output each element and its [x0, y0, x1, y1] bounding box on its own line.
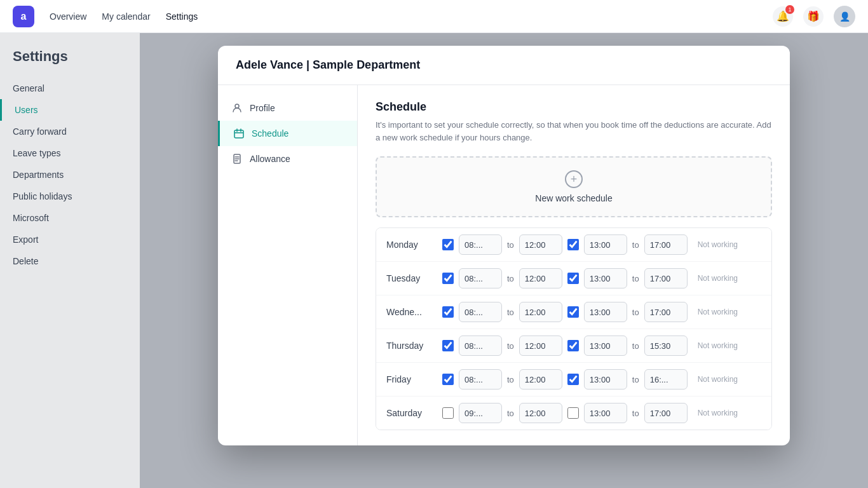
sidebar-item-public-holidays[interactable]: Public holidays — [0, 186, 140, 207]
thursday-start-time[interactable] — [459, 336, 502, 356]
schedule-row-wednesday: Wedne... to to Not working — [376, 295, 771, 329]
thursday-checkbox[interactable] — [442, 340, 454, 351]
tuesday-break-end[interactable] — [519, 268, 562, 288]
friday-afternoon-start[interactable] — [584, 369, 627, 390]
saturday-break-end[interactable] — [519, 403, 562, 423]
thursday-break-checkbox[interactable] — [567, 340, 579, 351]
gift-button[interactable]: 🎁 — [803, 6, 824, 27]
schedule-row-monday: Monday to to Not working — [376, 228, 771, 262]
saturday-not-working: Not working — [698, 409, 738, 417]
friday-break-checkbox[interactable] — [567, 374, 579, 385]
friday-checkbox[interactable] — [442, 374, 454, 385]
sidebar-item-export[interactable]: Export — [0, 229, 140, 250]
schedule-row-friday: Friday to to Not working — [376, 363, 771, 396]
top-navigation: a Overview My calendar Settings 🔔 1 🎁 👤 — [0, 0, 868, 33]
tuesday-end-time[interactable] — [644, 268, 688, 288]
wednesday-end-time[interactable] — [644, 302, 688, 322]
tuesday-afternoon-start[interactable] — [584, 268, 627, 288]
wednesday-to-label-2: to — [632, 308, 639, 317]
wednesday-not-working: Not working — [698, 308, 738, 316]
saturday-break-checkbox[interactable] — [567, 407, 579, 419]
modal-nav-profile[interactable]: Profile — [218, 95, 357, 121]
plus-circle-icon: + — [565, 170, 583, 188]
wednesday-break-end[interactable] — [519, 302, 562, 322]
modal-sidebar: Profile Schedule — [218, 85, 358, 445]
calendar-icon — [233, 127, 245, 140]
day-thursday: Thursday — [386, 341, 437, 351]
sidebar-item-general[interactable]: General — [0, 78, 140, 99]
saturday-end-time[interactable] — [644, 403, 688, 423]
new-schedule-button[interactable]: + New work schedule — [376, 156, 772, 217]
thursday-not-working: Not working — [698, 341, 738, 350]
friday-to-label-2: to — [632, 375, 639, 384]
tuesday-to-label-2: to — [632, 274, 639, 283]
user-avatar[interactable]: 👤 — [834, 6, 855, 27]
nav-settings[interactable]: Settings — [166, 11, 198, 22]
day-saturday: Saturday — [386, 408, 437, 418]
modal-nav-schedule-label: Schedule — [252, 128, 288, 139]
nav-links: Overview My calendar Settings — [50, 11, 198, 22]
saturday-to-label-1: to — [507, 409, 514, 418]
monday-break-checkbox[interactable] — [567, 239, 579, 250]
settings-sidebar: Settings General Users Carry forward Lea… — [0, 33, 140, 488]
monday-end-time[interactable] — [644, 234, 688, 255]
sidebar-item-users[interactable]: Users — [0, 99, 140, 121]
user-modal: Adele Vance | Sample Department Profile — [218, 46, 790, 445]
day-tuesday: Tuesday — [386, 273, 437, 283]
saturday-checkbox[interactable] — [442, 407, 454, 419]
notification-badge: 1 — [785, 5, 794, 14]
schedule-row-thursday: Thursday to to Not working — [376, 329, 771, 363]
saturday-to-label-2: to — [632, 409, 639, 418]
friday-to-label-1: to — [507, 375, 514, 384]
thursday-break-end[interactable] — [519, 336, 562, 356]
sidebar-item-delete[interactable]: Delete — [0, 250, 140, 272]
person-icon — [231, 102, 243, 114]
schedule-section-desc: It's important to set your schedule corr… — [376, 119, 772, 144]
tuesday-break-checkbox[interactable] — [567, 273, 579, 284]
monday-to-label-1: to — [507, 240, 514, 250]
modal-body: Profile Schedule — [218, 85, 790, 445]
document-icon — [231, 152, 243, 165]
nav-overview[interactable]: Overview — [50, 11, 86, 22]
modal-header: Adele Vance | Sample Department — [218, 46, 790, 85]
modal-nav-schedule[interactable]: Schedule — [218, 121, 357, 146]
schedule-row-tuesday: Tuesday to to Not working — [376, 262, 771, 295]
day-wednesday: Wedne... — [386, 307, 437, 317]
modal-nav-profile-label: Profile — [250, 103, 275, 113]
monday-not-working: Not working — [698, 240, 738, 249]
monday-break-end[interactable] — [519, 234, 562, 255]
saturday-start-time[interactable] — [459, 403, 502, 423]
thursday-afternoon-start[interactable] — [584, 336, 627, 356]
modal-main: Schedule It's important to set your sche… — [358, 85, 790, 445]
tuesday-to-label-1: to — [507, 274, 514, 283]
friday-start-time[interactable] — [459, 369, 502, 390]
settings-title: Settings — [0, 48, 140, 78]
tuesday-not-working: Not working — [698, 274, 738, 283]
wednesday-break-checkbox[interactable] — [567, 306, 579, 318]
sidebar-item-carry-forward[interactable]: Carry forward — [0, 121, 140, 142]
sidebar-item-departments[interactable]: Departments — [0, 164, 140, 186]
friday-break-end[interactable] — [519, 369, 562, 390]
wednesday-afternoon-start[interactable] — [584, 302, 627, 322]
sidebar-item-microsoft[interactable]: Microsoft — [0, 207, 140, 229]
nav-mycalendar[interactable]: My calendar — [102, 11, 150, 22]
monday-afternoon-start[interactable] — [584, 234, 627, 255]
friday-end-time[interactable] — [644, 369, 688, 390]
wednesday-start-time[interactable] — [459, 302, 502, 322]
notifications-button[interactable]: 🔔 1 — [773, 6, 793, 27]
sidebar-item-leave-types[interactable]: Leave types — [0, 142, 140, 164]
schedule-section-title: Schedule — [376, 100, 772, 114]
modal-nav-allowance[interactable]: Allowance — [218, 146, 357, 172]
settings-background: Settings General Users Carry forward Lea… — [0, 33, 868, 488]
day-friday: Friday — [386, 374, 437, 384]
svg-point-0 — [235, 104, 239, 108]
monday-start-time[interactable] — [459, 234, 502, 255]
wednesday-checkbox[interactable] — [442, 306, 454, 318]
tuesday-checkbox[interactable] — [442, 273, 454, 284]
modal-nav-allowance-label: Allowance — [250, 154, 290, 164]
tuesday-start-time[interactable] — [459, 268, 502, 288]
svg-rect-1 — [234, 130, 243, 138]
thursday-end-time[interactable] — [644, 336, 688, 356]
monday-checkbox[interactable] — [442, 239, 454, 250]
saturday-afternoon-start[interactable] — [584, 403, 627, 423]
